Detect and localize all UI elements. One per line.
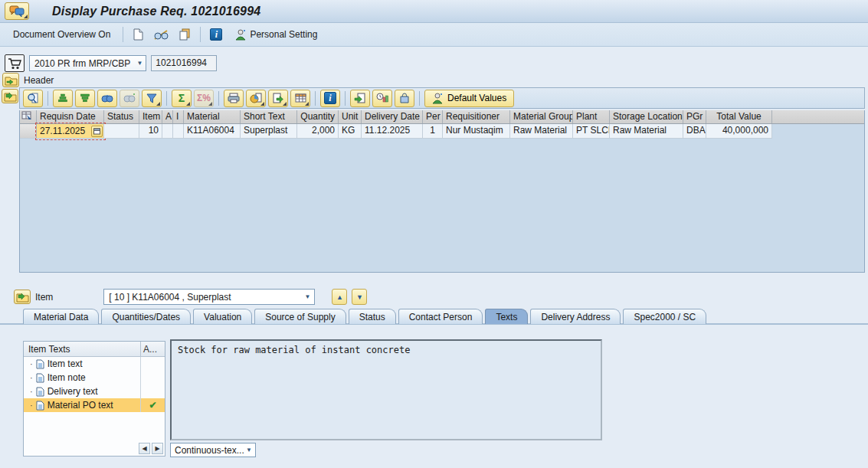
cell-material-group[interactable]: Raw Material (510, 124, 573, 139)
cell-plant[interactable]: PT SLCI (573, 124, 610, 139)
column-header-short-text[interactable]: Short Text (241, 110, 297, 123)
item-collapse-button[interactable] (14, 290, 31, 304)
tab-status[interactable]: Status (349, 309, 396, 324)
copy-button[interactable] (176, 27, 193, 42)
bullet-icon: · (30, 387, 33, 396)
column-header-a[interactable]: A (162, 110, 173, 123)
detail-button[interactable] (23, 90, 43, 107)
separator (419, 91, 420, 106)
column-header-requisn-date[interactable]: Requisn Date (37, 110, 104, 123)
cell-pgr[interactable]: DBA (683, 124, 706, 139)
column-header-storage-location[interactable]: Storage Location (610, 110, 683, 123)
separator (218, 91, 219, 106)
next-item-button[interactable]: ▼ (352, 289, 367, 305)
scroll-right-button[interactable]: ▶ (152, 443, 163, 454)
dropdown-corner-icon (208, 102, 212, 106)
item-details-button[interactable]: i (320, 90, 340, 107)
select-all-button[interactable] (20, 110, 37, 123)
find-next-button[interactable] (120, 90, 139, 107)
changes-button[interactable] (372, 90, 392, 107)
tab-material-data[interactable]: Material Data (23, 309, 99, 324)
cell-storage-location[interactable]: Raw Material (610, 124, 683, 139)
text-type-material-po-text-selected[interactable]: · Material PO text ✔ (24, 398, 165, 412)
cell-requisn-date[interactable]: 27.11.2025 (37, 124, 104, 139)
column-header-status[interactable]: Status (104, 110, 139, 123)
document-type-row: 2010 PR frm MRP/CBP ▼ 1021016994 (5, 54, 217, 72)
column-header-delivery-date[interactable]: Delivery Date (362, 110, 423, 123)
sort-descending-button[interactable] (75, 90, 95, 107)
layout-button[interactable] (290, 90, 310, 107)
tab-delivery-address[interactable]: Delivery Address (530, 309, 621, 324)
tab-quantities-dates[interactable]: Quantities/Dates (101, 309, 191, 324)
column-header-pgr[interactable]: PGr (683, 110, 706, 123)
cell-unit[interactable]: KG (339, 124, 362, 139)
previous-item-button[interactable]: ▲ (332, 289, 347, 305)
cell-short-text[interactable]: Superplast (241, 124, 297, 139)
tab-valuation[interactable]: Valuation (193, 309, 252, 324)
column-header-total-value[interactable]: Total Value (706, 110, 772, 123)
find-button[interactable] (97, 90, 117, 107)
text-type-item-text[interactable]: · Item text (24, 357, 165, 371)
scroll-left-button[interactable]: ◀ (139, 443, 150, 454)
row-select-button[interactable] (20, 124, 37, 139)
cell-total-value[interactable]: 40,000,000 (706, 124, 772, 139)
document-number-field[interactable]: 1021016994 (151, 55, 217, 71)
default-values-button[interactable]: Default Values (424, 90, 514, 107)
display-change-button[interactable] (151, 28, 171, 42)
set-filter-button[interactable] (142, 90, 162, 107)
text-format-select[interactable]: Continuous-tex... ▼ (170, 443, 256, 457)
sort-ascending-button[interactable] (53, 90, 73, 107)
copy-to-document-button[interactable] (350, 90, 370, 107)
down-arrow-icon: ▼ (356, 293, 363, 301)
cell-per[interactable]: 1 (423, 124, 443, 139)
print-button[interactable] (224, 90, 244, 107)
column-header-per[interactable]: Per (423, 110, 443, 123)
column-header-material[interactable]: Material (184, 110, 241, 123)
matchcode-icon (93, 128, 100, 135)
sort-descending-icon (80, 93, 90, 103)
document-type-select[interactable]: 2010 PR frm MRP/CBP ▼ (29, 55, 146, 71)
cell-delivery-date[interactable]: 11.12.2025 (362, 124, 423, 139)
cell-i[interactable] (173, 124, 184, 139)
subtotal-button[interactable]: Σ% (194, 90, 214, 107)
cell-quantity[interactable]: 2,000 (297, 124, 339, 139)
glasses-pencil-icon (153, 29, 169, 41)
shopping-bag-button[interactable] (395, 90, 414, 107)
item-select[interactable]: [ 10 ] K11A06004 , Superplast ▼ (103, 289, 315, 305)
text-editor[interactable]: Stock for raw material of instant concre… (170, 339, 602, 440)
personal-setting-button[interactable]: Personal Setting (230, 27, 323, 43)
items-section-toggle (2, 89, 18, 103)
cell-item[interactable]: 10 (139, 124, 162, 139)
column-header-requisitioner[interactable]: Requisitioner (443, 110, 510, 123)
column-header-quantity[interactable]: Quantity (297, 110, 339, 123)
export-button[interactable] (268, 90, 288, 107)
system-menu-button[interactable] (5, 2, 29, 20)
text-type-item-note[interactable]: · Item note (24, 371, 165, 385)
services-info-button[interactable]: i (208, 27, 224, 42)
tab-spec2000-sc[interactable]: Spec2000 / SC (623, 309, 706, 324)
column-header-item[interactable]: Item (139, 110, 162, 123)
column-header-material-group[interactable]: Material Group (510, 110, 573, 123)
create-document-button[interactable] (130, 27, 146, 42)
tab-contact-person[interactable]: Contact Person (398, 309, 483, 324)
total-button[interactable]: Σ (172, 90, 192, 107)
cell-a[interactable] (162, 124, 173, 139)
cell-status[interactable] (104, 124, 139, 139)
column-header-plant[interactable]: Plant (573, 110, 610, 123)
text-type-delivery-text[interactable]: · Delivery text (24, 385, 165, 398)
cell-requisitioner[interactable]: Nur Mustaqim (443, 124, 510, 139)
document-overview-button[interactable]: Document Overview On (8, 27, 116, 42)
column-header-unit[interactable]: Unit (339, 110, 362, 123)
items-collapse-button[interactable] (2, 89, 18, 103)
header-expand-button[interactable] (2, 73, 19, 87)
separator (166, 91, 167, 106)
views-button[interactable] (246, 90, 266, 107)
cell-material[interactable]: K11A06004 (184, 124, 241, 139)
column-header-i[interactable]: I (173, 110, 184, 123)
tab-source-of-supply[interactable]: Source of Supply (254, 309, 346, 324)
tab-texts[interactable]: Texts (485, 309, 528, 324)
table-select-icon (21, 111, 32, 120)
purchase-req-button[interactable] (5, 54, 25, 72)
binoculars-plus-icon (123, 93, 136, 103)
date-picker-button[interactable] (91, 126, 103, 137)
